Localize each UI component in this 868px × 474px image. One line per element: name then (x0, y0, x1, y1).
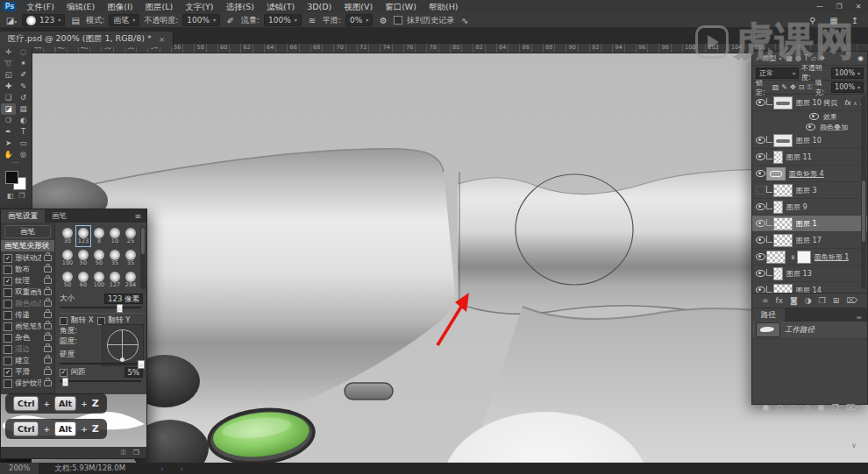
brush-preset[interactable]: 30 (60, 225, 75, 247)
brush-tool[interactable]: ✎ (16, 81, 31, 92)
tab-brushes[interactable]: 画笔 (45, 209, 74, 223)
erase-to-history-checkbox[interactable] (394, 16, 402, 25)
path-mask-icon[interactable]: ▣ (817, 403, 825, 412)
option-checkbox[interactable]: ✓ (4, 277, 12, 286)
layer-row[interactable]: 图层 10 拷贝fx∧∧ (752, 95, 867, 111)
layer-mask-icon[interactable]: ◙ (790, 296, 798, 305)
type-tool[interactable]: T (16, 126, 31, 138)
flip-x-checkbox[interactable] (60, 317, 68, 325)
new-path-icon[interactable]: ❒ (832, 403, 839, 412)
brush-option-9[interactable]: 建立 (1, 355, 54, 366)
work-path-item[interactable]: 工作路径 (752, 322, 867, 339)
stroke-path-icon[interactable]: ○ (776, 403, 783, 412)
option-checkbox[interactable] (4, 300, 12, 308)
brush-preset[interactable]: 10 (107, 225, 123, 247)
option-checkbox[interactable] (4, 265, 12, 274)
brush-option-11[interactable]: 保护纹理 (1, 378, 54, 389)
menu-item[interactable]: 编辑(E) (60, 0, 101, 13)
hardness-slider[interactable]: ▲ (60, 360, 143, 367)
eyedropper-tool[interactable]: ✐ (16, 69, 31, 81)
layer-thumbnail[interactable] (773, 234, 793, 247)
brush-preset[interactable]: 284 (123, 269, 139, 291)
lasso-tool[interactable]: ➰ (1, 58, 16, 69)
layer-row[interactable]: 图层 9 (752, 199, 867, 216)
pen-tool[interactable]: ✒ (1, 126, 16, 138)
visibility-toggle[interactable] (754, 153, 766, 160)
panel-menu-icon[interactable]: ≡ (134, 212, 146, 221)
brush-option-4[interactable]: 颜色动态 (1, 298, 54, 309)
size-slider[interactable]: ▲ (60, 304, 143, 311)
visibility-toggle[interactable] (808, 113, 820, 120)
layer-thumbnail[interactable] (773, 151, 783, 164)
brush-tip-shape-item[interactable]: 画笔笔尖形状 (1, 240, 54, 251)
filter-kind-icon[interactable]: ⌕ (756, 54, 759, 63)
close-button[interactable]: ✕ (849, 3, 868, 11)
menu-item[interactable]: 视图(V) (338, 0, 379, 13)
healing-brush-tool[interactable]: ✚ (1, 81, 16, 92)
visibility-toggle[interactable] (754, 220, 766, 227)
brush-preset[interactable]: 60 (75, 269, 91, 291)
brush-preset[interactable]: 25 (123, 225, 139, 247)
brush-preset[interactable]: 35 (107, 247, 123, 269)
path-select-tool[interactable]: ➤ (1, 138, 16, 149)
layer-thumbnail[interactable] (773, 284, 793, 294)
document-tab[interactable]: 医疗.psd @ 200% (图层 1, RGB/8) * × (0, 32, 174, 47)
brushes-button[interactable]: 画笔 (4, 225, 51, 238)
lock-artboard-icon[interactable]: ⊡ (799, 83, 805, 92)
minimize-button[interactable]: — (810, 3, 829, 11)
menu-item[interactable]: 窗口(W) (379, 0, 423, 13)
layer-thumbnail[interactable] (773, 267, 783, 280)
pressure-opacity-icon[interactable]: ✐ (224, 16, 237, 25)
fill-select[interactable]: 100%▾ (831, 81, 864, 93)
menu-item[interactable]: 选择(S) (219, 0, 260, 13)
brush-preset[interactable]: 127 (107, 269, 123, 291)
adjustment-layer-icon[interactable]: ◑ (805, 296, 812, 305)
quick-mask-icon[interactable]: ◧ (7, 192, 14, 200)
effects-header-row[interactable]: 效果 (752, 111, 867, 122)
selection-from-path-icon[interactable]: ◇ (804, 403, 810, 412)
pixel-filter-icon[interactable]: ▦ (786, 54, 793, 62)
layer-row[interactable]: 图层 10 (752, 132, 867, 149)
search-icon[interactable]: ⚲ (807, 16, 819, 25)
menu-item[interactable]: 3D(D) (301, 0, 338, 13)
restore-button[interactable]: ❐ (829, 3, 849, 11)
shape-filter-icon[interactable]: ▱ (811, 54, 816, 62)
pressure-size-icon[interactable]: ∿ (459, 16, 471, 25)
layer-row[interactable]: 图层 13 (752, 265, 867, 282)
filter-toggle-icon[interactable]: ◉ (857, 54, 864, 62)
paths-panel-menu-icon[interactable]: ≡ (850, 314, 867, 322)
brush-preset[interactable]: 123 (75, 225, 91, 247)
visibility-toggle[interactable] (754, 137, 766, 144)
brush-option-2[interactable]: ✓纹理 (1, 275, 54, 287)
brush-preset[interactable]: 35 (123, 247, 139, 269)
zoom-level-field[interactable]: 200% (0, 463, 39, 474)
brush-panel-titlebar[interactable]: 画笔设置 画笔 ≡ (1, 209, 146, 223)
brush-preset[interactable]: 8 (91, 225, 107, 247)
mode-select[interactable]: 画笔▾ (109, 14, 139, 26)
option-checkbox[interactable] (4, 345, 12, 354)
layer-row[interactable]: 图层 3 (752, 182, 867, 199)
tab-paths[interactable]: 路径 (752, 308, 785, 322)
brush-option-0[interactable]: ✓形状动态 (1, 252, 54, 264)
brush-preset[interactable]: 50 (91, 247, 107, 269)
visibility-toggle[interactable] (754, 99, 766, 106)
smoothing-gear-icon[interactable]: ⚙ (377, 16, 389, 25)
new-layer-icon[interactable]: ⊞ (833, 296, 840, 305)
airbrush-icon[interactable]: ≋ (306, 16, 318, 25)
menu-item[interactable]: 图像(I) (101, 0, 139, 13)
brush-preset[interactable]: 50 (75, 247, 91, 269)
tab-close-icon[interactable]: × (159, 35, 166, 44)
brush-preset[interactable]: 50 (60, 269, 75, 291)
layers-scrollbar[interactable] (861, 96, 866, 289)
marquee-tool[interactable]: ◌ (16, 46, 31, 58)
option-checkbox[interactable] (4, 322, 12, 331)
visibility-toggle[interactable] (754, 203, 766, 210)
layer-thumbnail[interactable] (773, 217, 793, 230)
toggle-brush-panel-icon[interactable]: ▤ (69, 16, 82, 25)
layer-thumbnail[interactable] (766, 251, 786, 264)
type-filter-icon[interactable]: T (804, 54, 808, 62)
size-value[interactable]: 123 像素 (104, 294, 143, 304)
option-checkbox[interactable] (4, 288, 12, 297)
status-scroll-icons[interactable]: › ‹ (160, 464, 190, 473)
visibility-toggle[interactable] (754, 270, 766, 277)
